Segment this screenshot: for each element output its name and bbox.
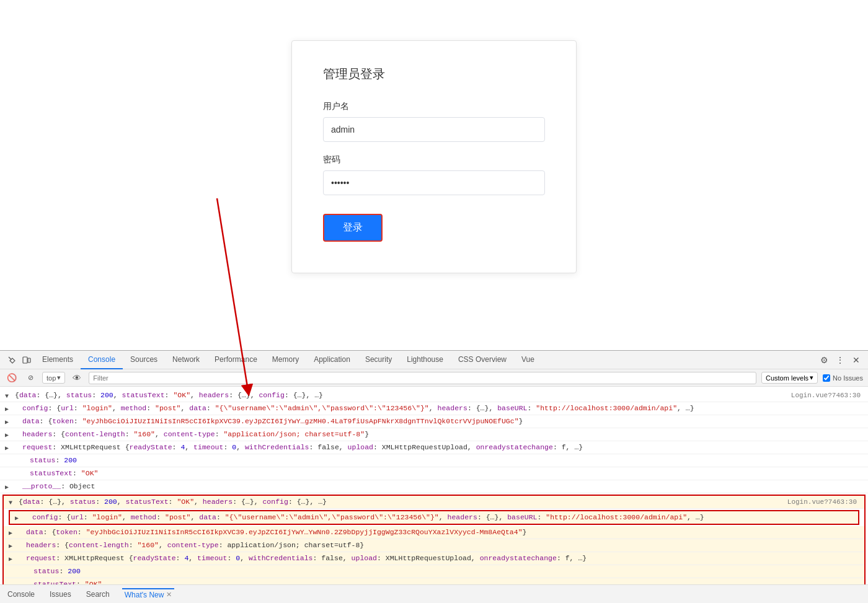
- console-sub-entry: ▶ request: XMLHttpRequest {readyState: 4…: [0, 441, 868, 454]
- console-sub-entry: ▶ __proto__: Object: [0, 480, 868, 493]
- no-issues-badge: No Issues: [823, 374, 863, 382]
- login-button[interactable]: 登录: [323, 214, 383, 242]
- bottom-tab-console[interactable]: Console: [5, 589, 37, 600]
- tab-application[interactable]: Application: [306, 351, 358, 369]
- username-label: 用户名: [323, 101, 545, 112]
- console-text: {data: {…}, status: 200, statusText: "OK…: [15, 390, 863, 400]
- close-whats-new-icon[interactable]: ✕: [166, 591, 172, 599]
- console-entry-highlighted: ▼ {data: {…}, status: 200, statusText: "…: [4, 496, 864, 509]
- tab-network[interactable]: Network: [165, 351, 207, 369]
- settings-icon[interactable]: ⚙: [817, 353, 831, 367]
- username-group: 用户名: [323, 101, 545, 142]
- password-group: 密码: [323, 154, 545, 195]
- inspect-icon[interactable]: [5, 353, 19, 367]
- tab-css-overview[interactable]: CSS Overview: [451, 351, 514, 369]
- login-title: 管理员登录: [323, 66, 545, 82]
- console-sub-entry2: ▶ data: {token: "eyJhbGciOiJIUzI1NiIsInR…: [4, 526, 864, 539]
- password-label: 密码: [323, 154, 545, 165]
- clear-console-icon[interactable]: 🚫: [5, 371, 19, 385]
- eye-icon[interactable]: 👁: [70, 371, 84, 385]
- password-input[interactable]: [323, 170, 545, 195]
- expand-icon[interactable]: ▶: [15, 514, 19, 524]
- tab-console[interactable]: Console: [81, 351, 123, 369]
- highlighted-section: ▼ {data: {…}, status: 200, statusText: "…: [2, 495, 866, 584]
- context-dropdown[interactable]: top ▾: [42, 372, 65, 384]
- bottom-tab-issues[interactable]: Issues: [47, 589, 74, 600]
- expand-icon[interactable]: ▶: [9, 542, 12, 552]
- tab-vue[interactable]: Vue: [514, 351, 542, 369]
- devtools-toolbar: Elements Console Sources Network Perform…: [0, 351, 868, 369]
- expand-icon[interactable]: ▶: [9, 555, 12, 565]
- console-sub-entry2: ▶ headers: {content-length: "160", conte…: [4, 539, 864, 552]
- expand-icon[interactable]: ▶: [5, 418, 9, 428]
- bottom-bar: Console Issues Search What's New ✕: [0, 584, 868, 603]
- console-output: ▼ {data: {…}, status: 200, statusText: "…: [0, 387, 868, 584]
- expand-icon[interactable]: ▶: [9, 529, 12, 539]
- console-sub-entry: ▶ headers: {content-length: "160", conte…: [0, 428, 868, 441]
- console-sub-entry2: ▶ request: XMLHttpRequest {readyState: 4…: [4, 552, 864, 565]
- preserve-log-icon[interactable]: ⊘: [24, 371, 37, 385]
- devtools-panel: Elements Console Sources Network Perform…: [0, 350, 868, 603]
- console-sub-highlighted: ▶ config: {url: "login", method: "post",…: [9, 510, 859, 525]
- levels-dropdown[interactable]: Custom levels ▾: [761, 372, 818, 384]
- console-filter-input[interactable]: [89, 372, 756, 384]
- expand-icon[interactable]: ▶: [5, 444, 9, 454]
- console-sub-entry: statusText: "OK": [0, 467, 868, 480]
- tab-lighthouse[interactable]: Lighthouse: [399, 351, 451, 369]
- bottom-tab-whats-new[interactable]: What's New ✕: [122, 588, 175, 601]
- svg-rect-2: [28, 358, 30, 363]
- devtools-tabs: Elements Console Sources Network Perform…: [35, 351, 816, 369]
- console-sub-entry: ▶ data: {token: "eyJhbGciOiJIUzI1NiIsInR…: [0, 415, 868, 428]
- console-sub-entry: status: 200: [0, 454, 868, 467]
- console-sub-entry2: status: 200: [4, 565, 864, 578]
- login-card: 管理员登录 用户名 密码 登录: [291, 40, 577, 273]
- tab-performance[interactable]: Performance: [207, 351, 265, 369]
- console-sub-entry: ▶ config: {url: "login", method: "post",…: [0, 402, 868, 415]
- more-options-icon[interactable]: ⋮: [833, 353, 847, 367]
- expand-icon[interactable]: ▼: [5, 392, 9, 402]
- device-toggle-icon[interactable]: [20, 353, 33, 367]
- expand-icon[interactable]: ▼: [9, 498, 12, 508]
- tab-security[interactable]: Security: [358, 351, 399, 369]
- devtools-right-icons: ⚙ ⋮ ✕: [817, 353, 863, 367]
- console-entry: ▼ {data: {…}, status: 200, statusText: "…: [0, 389, 868, 402]
- source-link[interactable]: Login.vue?7463:30: [791, 390, 861, 400]
- tab-memory[interactable]: Memory: [265, 351, 306, 369]
- expand-icon[interactable]: ▶: [5, 483, 9, 493]
- bottom-tab-search[interactable]: Search: [84, 589, 112, 600]
- svg-rect-1: [23, 357, 27, 363]
- close-devtools-icon[interactable]: ✕: [849, 353, 863, 367]
- no-issues-checkbox[interactable]: [823, 374, 830, 382]
- source-link-2[interactable]: Login.vue?7463:30: [787, 497, 857, 507]
- page-area: 管理员登录 用户名 密码 登录: [0, 0, 868, 350]
- console-sub-entry2: statusText: "OK": [4, 578, 864, 584]
- filter-bar: 🚫 ⊘ top ▾ 👁 Custom levels ▾ No Issues: [0, 369, 868, 387]
- username-input[interactable]: [323, 117, 545, 142]
- expand-icon[interactable]: ▶: [5, 405, 9, 415]
- tab-sources[interactable]: Sources: [123, 351, 165, 369]
- expand-icon[interactable]: ▶: [5, 431, 9, 441]
- tab-elements[interactable]: Elements: [35, 351, 81, 369]
